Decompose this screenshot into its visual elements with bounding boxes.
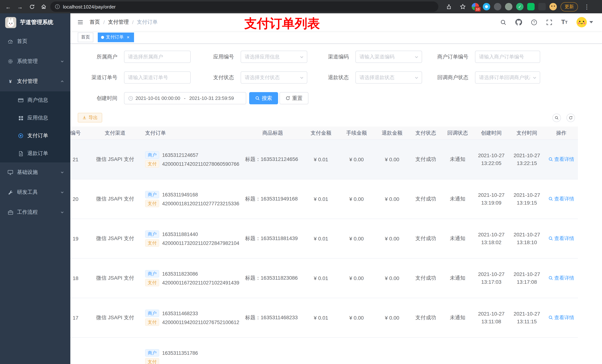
merchant-select-input[interactable] xyxy=(128,54,187,60)
tab-home[interactable]: 首页 xyxy=(78,32,93,42)
sidebar-item-home[interactable]: 首页 xyxy=(0,31,70,52)
pay-status-select[interactable] xyxy=(241,71,307,83)
channel-code-input[interactable] xyxy=(359,54,412,60)
extension-icon-gray[interactable] xyxy=(505,3,512,10)
view-detail-link[interactable]: 查看详情 xyxy=(548,156,574,163)
merchant-order-no: 1635311881440 xyxy=(162,231,198,237)
cell-pay-status: 支付成功 xyxy=(410,196,442,202)
extension-icon-pin[interactable] xyxy=(538,3,546,10)
forward-button[interactable] xyxy=(15,1,25,12)
cell-title: 标题：1635311949168 xyxy=(242,196,303,202)
close-icon[interactable] xyxy=(126,35,131,40)
help-icon-button[interactable]: ? xyxy=(531,19,537,25)
pay-tag: 支付 xyxy=(145,358,159,364)
sidebar-item-payment[interactable]: ¥ 支付管理 xyxy=(0,71,70,91)
sidebar-item-label: 基础设施 xyxy=(17,169,38,176)
address-bar[interactable]: localhost:1024/pay/order xyxy=(50,1,438,12)
pay-status-input[interactable] xyxy=(245,75,297,80)
table-row[interactable]: 商户 1635311351786 支付 查看详情 xyxy=(70,338,578,364)
filter-merchant-order-no: 商户订单编号 xyxy=(424,51,540,63)
search-button[interactable]: 搜索 xyxy=(249,92,278,104)
extension-icon-drop[interactable] xyxy=(483,3,490,10)
date-start: 2021-10-01 00:00:00 xyxy=(136,95,180,101)
refund-status-select[interactable] xyxy=(355,71,422,83)
update-button[interactable]: 更新 xyxy=(560,2,578,11)
cell-actions: 查看详情 xyxy=(545,156,578,163)
sidebar-item-dev-tools[interactable]: 研发工具 xyxy=(0,182,70,202)
refresh-button[interactable] xyxy=(567,113,575,122)
merchant-tag: 商户 xyxy=(145,151,159,159)
extension-icon-dark[interactable] xyxy=(494,3,501,10)
table-row[interactable]: 17 微信 JSAPI 支付 商户 1635311468233 支付 42000… xyxy=(70,298,578,338)
app-select[interactable] xyxy=(241,51,307,63)
pay-time: 13:17:08 xyxy=(509,278,545,286)
share-button[interactable] xyxy=(443,1,454,12)
cell-create-time: 2021-10-27 13:17:03 xyxy=(473,270,509,286)
create-date: 2021-10-27 xyxy=(473,310,509,318)
date-range-input[interactable]: 2021-10-01 00:00:00 - 2021-10-31 23:59:5… xyxy=(124,92,246,104)
app-logo xyxy=(5,17,16,28)
sidebar-item-pay-order[interactable]: 支付订单 xyxy=(0,127,70,145)
channel-code-select[interactable] xyxy=(355,51,422,63)
header-cell-title: 商品标题 xyxy=(242,130,303,136)
sidebar-item-infrastructure[interactable]: 基础设施 xyxy=(0,162,70,182)
export-button[interactable]: 导出 xyxy=(78,113,102,123)
channel-order-input[interactable] xyxy=(128,75,187,80)
table-row[interactable]: 19 微信 JSAPI 支付 商户 1635311881440 支付 42000… xyxy=(70,219,578,259)
view-detail-link[interactable]: 查看详情 xyxy=(548,235,574,242)
sidebar-item-system[interactable]: 系统管理 xyxy=(0,52,70,71)
extension-icon-monkey[interactable] xyxy=(549,3,557,10)
cell-pay-time: 2021-10-27 13:19:15 xyxy=(509,191,545,207)
merchant-order-input-wrap[interactable] xyxy=(475,51,540,63)
view-detail-link[interactable]: 查看详情 xyxy=(548,314,574,321)
hamburger-icon xyxy=(77,19,84,26)
notify-status-select[interactable] xyxy=(475,71,540,83)
table-row[interactable]: 21 微信 JSAPI 支付 商户 1635312124657 支付 42000… xyxy=(70,140,578,179)
extension-icon-colorful[interactable]: 10 xyxy=(472,3,479,10)
header-cell-actions: 操作 xyxy=(545,130,578,136)
reset-button[interactable]: 重置 xyxy=(280,92,308,104)
sidebar-item-workflow[interactable]: 工作流程 xyxy=(0,202,70,222)
sidebar-item-merchant-info[interactable]: 商户信息 xyxy=(0,91,70,109)
hamburger-button[interactable] xyxy=(76,18,85,26)
home-button[interactable] xyxy=(39,1,49,12)
extension-icon-check[interactable] xyxy=(516,3,524,10)
user-menu[interactable] xyxy=(576,17,593,27)
cell-pay-order: 商户 1635311823086 支付 42000011672021102710… xyxy=(143,269,242,288)
notify-status-input[interactable] xyxy=(479,75,530,80)
table-row[interactable]: 18 微信 JSAPI 支付 商户 1635311823086 支付 42000… xyxy=(70,259,578,298)
merchant-order-input[interactable] xyxy=(479,54,536,60)
table-row[interactable]: 20 微信 JSAPI 支付 商户 1635311949168 支付 42000… xyxy=(70,179,578,219)
sidebar-item-refund-order[interactable]: 退款订单 xyxy=(0,145,70,162)
user-avatar xyxy=(576,17,587,27)
app-logo-row[interactable]: 芋道管理系统 xyxy=(0,13,70,31)
tab-label: 支付订单 xyxy=(106,34,124,40)
github-icon-button[interactable] xyxy=(515,19,522,26)
view-detail-label: 查看详情 xyxy=(554,235,574,242)
reload-icon xyxy=(29,4,35,10)
fullscreen-icon-button[interactable] xyxy=(546,19,552,25)
merchant-select[interactable] xyxy=(124,51,191,63)
reload-button[interactable] xyxy=(27,1,37,12)
view-detail-link[interactable]: 查看详情 xyxy=(548,196,574,202)
tab-pay-order[interactable]: 支付订单 xyxy=(98,32,134,42)
browser-menu-button[interactable] xyxy=(582,1,592,12)
cell-refund: ¥ 0.00 xyxy=(374,315,410,321)
fontsize-icon-button[interactable] xyxy=(561,19,568,26)
channel-order-input-wrap[interactable] xyxy=(124,71,191,83)
sidebar-item-label: 研发工具 xyxy=(17,189,38,196)
view-detail-link[interactable]: 查看详情 xyxy=(548,275,574,281)
field-label: 创建时间 xyxy=(73,95,117,102)
breadcrumb-item-home[interactable]: 首页 xyxy=(90,19,100,26)
toggle-search-button[interactable] xyxy=(552,113,561,122)
search-icon-button[interactable] xyxy=(500,19,506,25)
back-button[interactable] xyxy=(3,1,13,12)
sidebar-item-app-info[interactable]: 应用信息 xyxy=(0,109,70,127)
bookmark-star-button[interactable] xyxy=(458,1,468,12)
refund-status-input[interactable] xyxy=(359,75,412,80)
app-select-input[interactable] xyxy=(245,54,297,60)
breadcrumb-item-payment[interactable]: 支付管理 xyxy=(108,19,129,26)
extension-icon-green-square[interactable] xyxy=(527,3,535,10)
info-icon[interactable] xyxy=(55,4,60,9)
table-body: 21 微信 JSAPI 支付 商户 1635312124657 支付 42000… xyxy=(70,140,578,364)
